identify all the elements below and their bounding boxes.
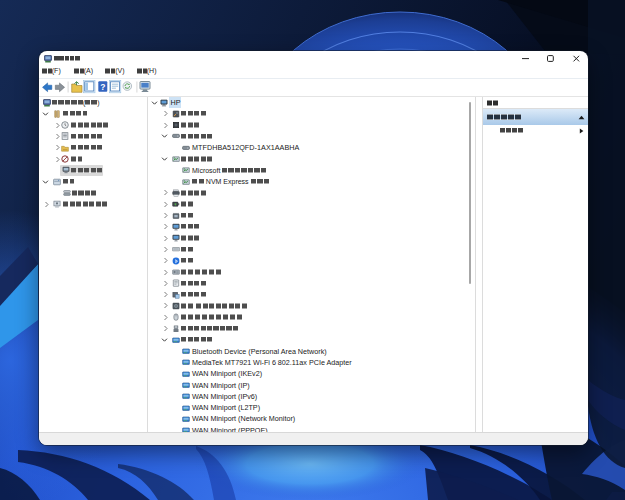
svg-text:?: ?	[100, 82, 105, 92]
